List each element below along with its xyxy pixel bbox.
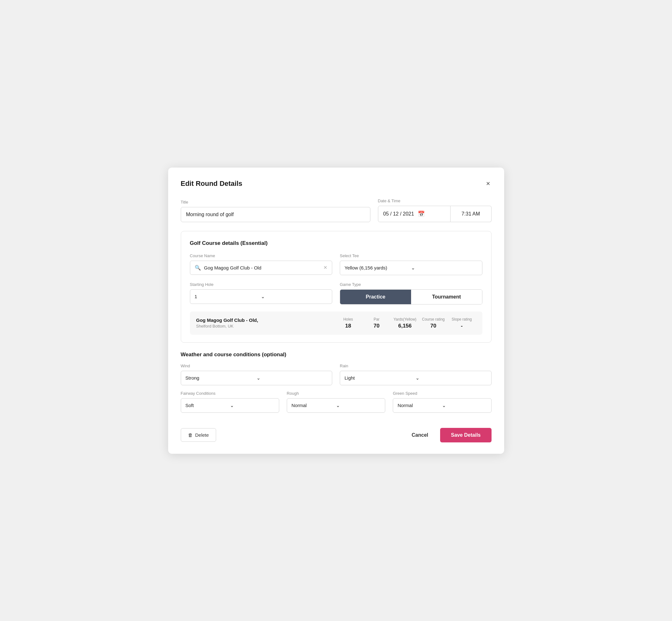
course-info-name: Gog Magog Golf Club - Old, Shelford Bott… [196,318,334,329]
fairway-rough-green-row: Fairway Conditions Soft ⌄ Rough Normal ⌄… [181,391,492,413]
datetime-inputs: 05 / 12 / 2021 📅 7:31 AM [378,206,492,222]
starting-hole-dropdown[interactable]: 1 ⌄ [190,289,333,304]
delete-button[interactable]: 🗑 Delete [181,428,216,442]
course-rating-stat: Course rating 70 [419,317,448,329]
game-type-group: Game Type Practice Tournament [340,282,482,304]
course-name-tee-row: Course Name 🔍 Gog Magog Golf Club - Old … [190,253,482,275]
rough-dropdown[interactable]: Normal ⌄ [287,398,385,413]
rain-value: Light [344,375,416,380]
fairway-dropdown[interactable]: Soft ⌄ [181,398,279,413]
green-speed-value: Normal [397,403,442,408]
chevron-down-icon: ⌄ [230,403,275,408]
wind-value: Strong [185,375,256,380]
game-type-toggle: Practice Tournament [340,289,482,304]
rough-group: Rough Normal ⌄ [287,391,385,413]
course-name-label: Course Name [190,253,333,258]
trash-icon: 🗑 [188,432,193,438]
chevron-down-icon: ⌄ [336,403,380,408]
wind-rain-row: Wind Strong ⌄ Rain Light ⌄ [181,364,492,385]
starting-hole-game-type-row: Starting Hole 1 ⌄ Game Type Practice Tou… [190,282,482,304]
course-location: Shelford Bottom, UK [196,324,334,329]
yards-stat: Yards(Yellow) 6,156 [391,317,419,329]
green-speed-label: Green Speed [393,391,491,396]
title-datetime-row: Title Date & Time 05 / 12 / 2021 📅 7:31 … [181,199,492,222]
modal-header: Edit Round Details × [181,179,492,189]
title-input[interactable] [181,207,370,222]
yards-value: 6,156 [398,323,412,329]
par-stat: Par 70 [363,317,391,329]
green-speed-group: Green Speed Normal ⌄ [393,391,491,413]
wind-label: Wind [181,364,333,368]
rough-value: Normal [292,403,336,408]
green-speed-dropdown[interactable]: Normal ⌄ [393,398,491,413]
title-field-group: Title [181,200,370,222]
course-rating-label: Course rating [422,317,445,322]
modal-footer: 🗑 Delete Cancel Save Details [181,422,492,443]
course-info-row: Gog Magog Golf Club - Old, Shelford Bott… [190,312,482,335]
par-value: 70 [374,323,380,329]
footer-right: Cancel Save Details [409,428,492,443]
par-label: Par [374,317,380,322]
select-tee-label: Select Tee [340,253,482,258]
slope-rating-stat: Slope rating - [448,317,476,329]
course-name-input[interactable]: 🔍 Gog Magog Golf Club - Old ✕ [190,261,333,275]
starting-hole-value: 1 [195,294,261,299]
rain-dropdown[interactable]: Light ⌄ [340,371,492,385]
weather-section-title: Weather and course conditions (optional) [181,351,492,358]
calendar-icon: 📅 [418,210,425,217]
yards-label: Yards(Yellow) [393,317,416,322]
starting-hole-group: Starting Hole 1 ⌄ [190,282,333,304]
course-name-display: Gog Magog Golf Club - Old, [196,318,334,323]
select-tee-value: Yellow (6,156 yards) [344,265,411,271]
golf-course-card: Golf Course details (Essential) Course N… [181,231,492,343]
datetime-label: Date & Time [378,199,492,203]
delete-label: Delete [195,432,209,438]
close-button[interactable]: × [485,179,492,189]
holes-value: 18 [345,323,351,329]
select-tee-dropdown[interactable]: Yellow (6,156 yards) ⌄ [340,261,482,275]
tournament-button[interactable]: Tournament [411,290,482,304]
chevron-down-icon: ⌄ [416,375,487,381]
cancel-button[interactable]: Cancel [409,428,431,442]
datetime-field-group: Date & Time 05 / 12 / 2021 📅 7:31 AM [378,199,492,222]
course-name-value: Gog Magog Golf Club - Old [204,265,321,271]
slope-rating-label: Slope rating [452,317,472,322]
course-section-title: Golf Course details (Essential) [190,240,482,246]
slope-rating-value: - [461,323,463,329]
clear-icon[interactable]: ✕ [323,265,328,271]
time-input[interactable]: 7:31 AM [451,206,492,222]
title-label: Title [181,200,370,204]
course-rating-value: 70 [430,323,436,329]
chevron-down-icon: ⌄ [256,375,328,381]
holes-label: Holes [343,317,353,322]
wind-dropdown[interactable]: Strong ⌄ [181,371,333,385]
search-icon: 🔍 [195,265,201,271]
holes-stat: Holes 18 [334,317,363,329]
fairway-value: Soft [185,403,230,408]
starting-hole-label: Starting Hole [190,282,333,287]
edit-round-modal: Edit Round Details × Title Date & Time 0… [168,168,504,454]
save-button[interactable]: Save Details [440,428,491,443]
chevron-down-icon: ⌄ [261,294,328,299]
fairway-label: Fairway Conditions [181,391,279,396]
select-tee-group: Select Tee Yellow (6,156 yards) ⌄ [340,253,482,275]
time-value: 7:31 AM [462,211,480,217]
practice-button[interactable]: Practice [340,290,411,304]
rain-label: Rain [340,364,492,368]
modal-title: Edit Round Details [181,179,243,188]
rain-group: Rain Light ⌄ [340,364,492,385]
chevron-down-icon: ⌄ [411,265,478,271]
date-input[interactable]: 05 / 12 / 2021 📅 [378,206,451,222]
chevron-down-icon: ⌄ [442,403,487,408]
fairway-group: Fairway Conditions Soft ⌄ [181,391,279,413]
game-type-label: Game Type [340,282,482,287]
weather-section: Weather and course conditions (optional)… [181,351,492,413]
course-name-group: Course Name 🔍 Gog Magog Golf Club - Old … [190,253,333,275]
date-value: 05 / 12 / 2021 [383,211,414,217]
rough-label: Rough [287,391,385,396]
wind-group: Wind Strong ⌄ [181,364,333,385]
